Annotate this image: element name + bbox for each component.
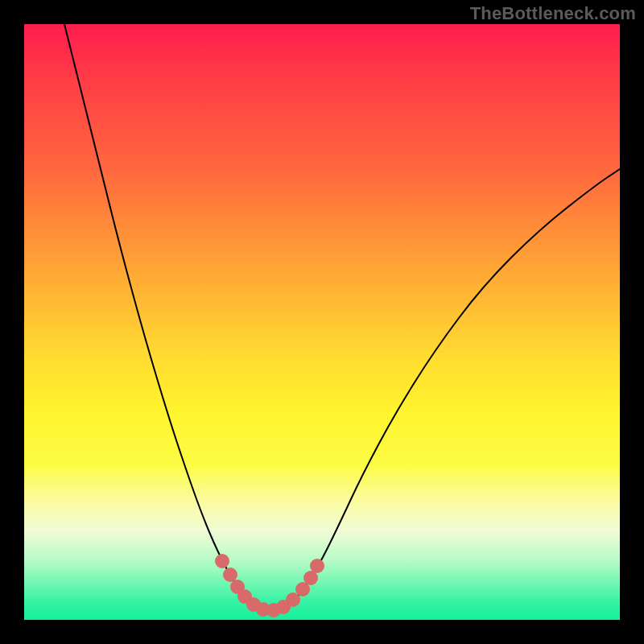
watermark-label: TheBottleneck.com <box>470 3 636 24</box>
optimal-zone-markers <box>215 554 324 617</box>
optimal-marker <box>215 554 229 568</box>
bottleneck-curve <box>64 24 620 609</box>
bottleneck-chart <box>24 24 620 620</box>
bottleneck-curve-path <box>64 24 620 609</box>
optimal-marker <box>223 568 237 582</box>
optimal-marker <box>310 559 324 573</box>
